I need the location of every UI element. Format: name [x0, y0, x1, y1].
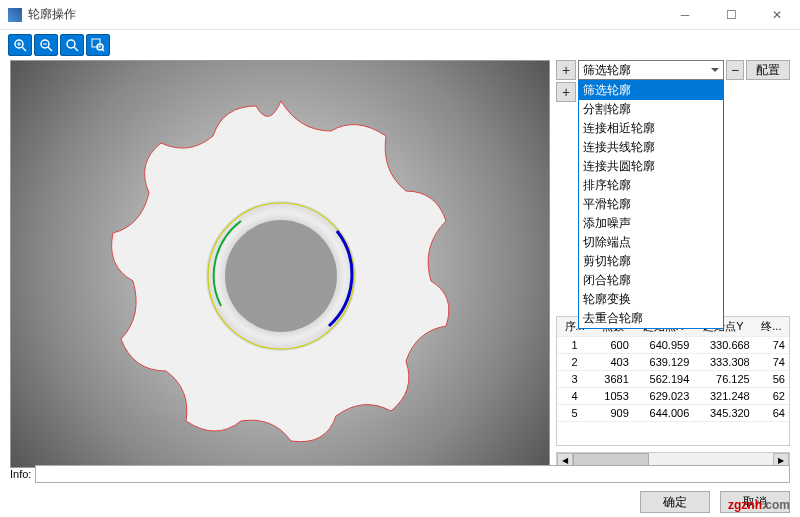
dropdown-option[interactable]: 轮廓变换	[579, 290, 723, 309]
zoom-region-button[interactable]	[86, 34, 110, 56]
svg-rect-9	[92, 39, 100, 47]
dropdown-option[interactable]: 闭合轮廓	[579, 271, 723, 290]
svg-line-8	[74, 47, 78, 51]
contour-table[interactable]: 序...点数起始点X起始点Y终... 1600640.959330.668742…	[556, 316, 790, 446]
zoom-out-button[interactable]	[34, 34, 58, 56]
zoom-in-button[interactable]	[8, 34, 32, 56]
table-row[interactable]: 5909644.006345.32064	[557, 405, 789, 422]
dropdown-option[interactable]: 连接相近轮廓	[579, 119, 723, 138]
minimize-button[interactable]: ─	[662, 0, 708, 30]
titlebar: 轮廓操作 ─ ☐ ✕	[0, 0, 800, 30]
dropdown-option[interactable]: 去重合轮廓	[579, 309, 723, 328]
dropdown-option[interactable]: 分割轮廓	[579, 100, 723, 119]
dropdown-option[interactable]: 连接共圆轮廓	[579, 157, 723, 176]
table-row[interactable]: 33681562.19476.12556	[557, 371, 789, 388]
table-header[interactable]: 终...	[754, 317, 789, 337]
dropdown-option[interactable]: 连接共线轮廓	[579, 138, 723, 157]
info-field[interactable]	[35, 465, 790, 483]
dropdown-option[interactable]: 排序轮廓	[579, 176, 723, 195]
table-row[interactable]: 41053629.023321.24862	[557, 388, 789, 405]
table-row[interactable]: 1600640.959330.66874	[557, 337, 789, 354]
svg-line-1	[22, 47, 26, 51]
dropdown-selected: 筛选轮廓	[583, 62, 631, 79]
app-icon	[8, 8, 22, 22]
close-button[interactable]: ✕	[754, 0, 800, 30]
toolbar	[0, 30, 800, 60]
operation-dropdown[interactable]: 筛选轮廓	[578, 60, 724, 80]
dropdown-option[interactable]: 筛选轮廓	[579, 81, 723, 100]
add-op-button[interactable]: +	[556, 60, 576, 80]
svg-point-7	[67, 40, 75, 48]
remove-button[interactable]: −	[726, 60, 744, 80]
svg-line-5	[48, 47, 52, 51]
image-viewport[interactable]	[10, 60, 550, 468]
svg-line-11	[102, 49, 104, 51]
config-button[interactable]: 配置	[746, 60, 790, 80]
zoom-fit-button[interactable]	[60, 34, 84, 56]
table-row[interactable]: 2403639.129333.30874	[557, 354, 789, 371]
svg-point-13	[225, 220, 337, 332]
dropdown-option[interactable]: 剪切轮廓	[579, 252, 723, 271]
ok-button[interactable]: 确定	[640, 491, 710, 513]
dropdown-option[interactable]: 切除端点	[579, 233, 723, 252]
info-label: Info:	[10, 468, 31, 480]
cancel-button[interactable]: 取消	[720, 491, 790, 513]
window-title: 轮廓操作	[28, 6, 662, 23]
maximize-button[interactable]: ☐	[708, 0, 754, 30]
remove-op-button[interactable]: +	[556, 82, 576, 102]
dropdown-option[interactable]: 平滑轮廓	[579, 195, 723, 214]
dropdown-option[interactable]: 添加噪声	[579, 214, 723, 233]
dropdown-list: 筛选轮廓分割轮廓连接相近轮廓连接共线轮廓连接共圆轮廓排序轮廓平滑轮廓添加噪声切除…	[578, 80, 724, 329]
